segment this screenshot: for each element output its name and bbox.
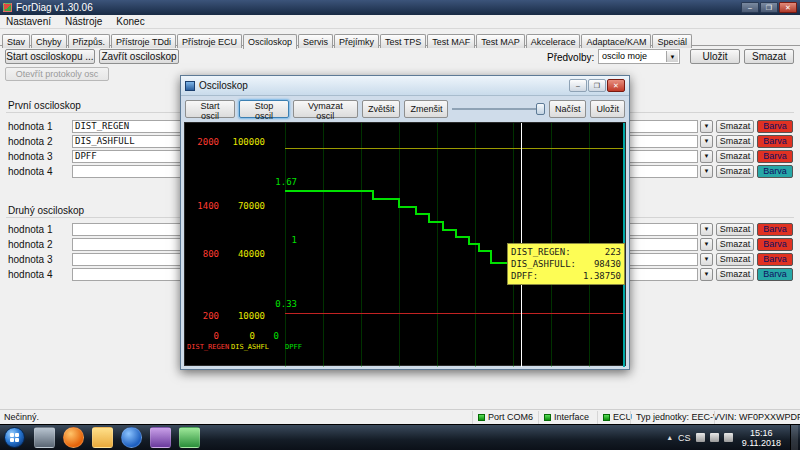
row-color-button[interactable]: Barva (757, 135, 793, 148)
presets-combobox[interactable]: oscilo moje ▼ (598, 49, 680, 64)
clock-date: 9.11.2018 (742, 438, 781, 448)
row-color-button[interactable]: Barva (757, 120, 793, 133)
value-dropdown-button[interactable]: ▼ (700, 238, 713, 251)
value-dropdown-button[interactable]: ▼ (700, 150, 713, 163)
firefox-icon[interactable] (63, 427, 84, 448)
zoom-slider[interactable] (452, 100, 545, 118)
menu-nastaveni[interactable]: Nastavení (6, 16, 51, 27)
row-delete-button[interactable]: Smazat (716, 223, 754, 236)
tab-pristroje-tddi[interactable]: Přístroje TDdi (111, 34, 176, 48)
value-dropdown-button[interactable]: ▼ (700, 223, 713, 236)
scope-minimize-button[interactable]: – (569, 79, 587, 92)
row-color-button[interactable]: Barva (757, 253, 793, 266)
tab-chyby[interactable]: Chyby (31, 34, 67, 48)
value-dropdown-button[interactable]: ▼ (700, 165, 713, 178)
tab-special[interactable]: Speciál (652, 34, 692, 48)
scope-load-button[interactable]: Načíst (549, 100, 587, 118)
row-color-button[interactable]: Barva (757, 150, 793, 163)
taskbar-app-icon[interactable] (150, 427, 171, 448)
section1-title: První osciloskop (8, 100, 87, 111)
window-title: ForDiag v1.30.06 (16, 2, 93, 13)
close-oscilloscope-button[interactable]: Zavřít osciloskop (99, 49, 179, 64)
network-icon[interactable] (724, 433, 733, 442)
start-oscilloscope-button[interactable]: Start osciloskopu ... (5, 49, 95, 64)
row-color-button[interactable]: Barva (757, 165, 793, 178)
close-button[interactable]: ✕ (779, 2, 797, 13)
row-delete-button[interactable]: Smazat (716, 253, 754, 266)
row-delete-button[interactable]: Smazat (716, 120, 754, 133)
tab-adaptace-kam[interactable]: Adaptace/KAM (581, 34, 651, 48)
scope-plot-area[interactable]: DIST_REGEN:223 DIS_ASHFULL:98430 DPFF:1.… (285, 123, 625, 367)
axis-tick: 800 (187, 249, 219, 259)
taskbar-clock[interactable]: 15:16 9.11.2018 (738, 428, 785, 448)
media-player-icon[interactable] (121, 427, 142, 448)
scope-value-tooltip: DIST_REGEN:223 DIS_ASHFULL:98430 DPFF:1.… (507, 243, 625, 285)
tab-pristroje-ecu[interactable]: Přístroje ECU (177, 34, 242, 48)
axis-tick: 70000 (223, 201, 265, 211)
volume-icon[interactable] (710, 433, 719, 442)
status-state: Nečinný. (4, 412, 39, 422)
section2-title: Druhý osciloskop (8, 205, 90, 216)
scope-start-button[interactable]: Start oscil (185, 100, 235, 118)
tab-osciloskop[interactable]: Osciloskop (243, 34, 297, 49)
tab-akcelerace[interactable]: Akcelerace (526, 34, 581, 48)
preset-delete-button[interactable]: Smazat (744, 49, 794, 64)
tab-prizpus[interactable]: Přizpůs. (68, 34, 111, 48)
axis-zero: 0 (261, 331, 279, 341)
status-bar: Nečinný. Port COM6 Interface ECU Typ jed… (0, 409, 800, 424)
row-delete-button[interactable]: Smazat (716, 268, 754, 281)
tooltip-row: DIST_REGEN:223 (511, 246, 621, 258)
presets-dropdown-icon[interactable]: ▼ (666, 51, 678, 62)
menu-nastroje[interactable]: Nástroje (65, 16, 102, 27)
row-color-button[interactable]: Barva (757, 238, 793, 251)
show-desktop-button[interactable] (790, 425, 798, 450)
taskbar-app-icon[interactable] (34, 427, 55, 448)
language-indicator[interactable]: CS (678, 433, 691, 443)
maximize-button[interactable]: ❐ (760, 2, 778, 13)
row-delete-button[interactable]: Smazat (716, 165, 754, 178)
row-delete-button[interactable]: Smazat (716, 135, 754, 148)
row-label: hodnota 4 (8, 166, 53, 177)
menu-bar: Nastavení Nástroje Konec (0, 15, 800, 29)
scope-maximize-button[interactable]: ❐ (588, 79, 606, 92)
value-dropdown-button[interactable]: ▼ (700, 268, 713, 281)
tab-stav[interactable]: Stav (2, 34, 30, 48)
tab-strip: StavChybyPřizpůs.Přístroje TDdiPřístroje… (0, 30, 800, 46)
row-delete-button[interactable]: Smazat (716, 150, 754, 163)
explorer-folder-icon[interactable] (92, 427, 113, 448)
preset-save-button[interactable]: Uložit (690, 49, 740, 64)
zoom-slider-track[interactable] (452, 108, 545, 110)
scope-clear-button[interactable]: Vymazat oscil (293, 100, 358, 118)
tray-chevron-up-icon[interactable]: ▲ (666, 434, 673, 441)
value-dropdown-button[interactable]: ▼ (700, 135, 713, 148)
tooltip-row: DIS_ASHFULL:98430 (511, 258, 621, 270)
desktop: ForDiag v1.30.06 – ❐ ✕ Nastavení Nástroj… (0, 0, 800, 450)
row-label: hodnota 2 (8, 136, 53, 147)
scope-close-button[interactable]: ✕ (607, 79, 625, 92)
tab-test-maf[interactable]: Test MAF (427, 34, 475, 48)
scope-save-button[interactable]: Uložit (590, 100, 625, 118)
scope-zoom-in-button[interactable]: Zvětšit (362, 100, 401, 118)
taskbar-app-icon[interactable] (179, 427, 200, 448)
status-interface: Interface (544, 412, 589, 422)
scope-stop-button[interactable]: Stop oscil (239, 100, 289, 118)
scope-zoom-out-button[interactable]: Zmenšit (404, 100, 448, 118)
zoom-slider-thumb[interactable] (536, 103, 545, 115)
row-delete-button[interactable]: Smazat (716, 238, 754, 251)
row-color-button[interactable]: Barva (757, 268, 793, 281)
tab-test-tps[interactable]: Test TPS (380, 34, 426, 48)
clock-time: 15:16 (742, 428, 781, 438)
row-label: hodnota 2 (8, 239, 53, 250)
minimize-button[interactable]: – (741, 2, 759, 13)
value-dropdown-button[interactable]: ▼ (700, 253, 713, 266)
status-unit-type: Typ jednotky: EEC-V (636, 412, 719, 422)
value-dropdown-button[interactable]: ▼ (700, 120, 713, 133)
start-button[interactable] (4, 427, 25, 448)
row-color-button[interactable]: Barva (757, 223, 793, 236)
keyboard-layout-icon[interactable] (696, 433, 705, 442)
tab-servis[interactable]: Servis (298, 34, 333, 48)
tab-test-map[interactable]: Test MAP (476, 34, 525, 48)
tab-prejimky[interactable]: Přejímky (334, 34, 379, 48)
menu-konec[interactable]: Konec (116, 16, 144, 27)
scope-display: 2000 1400 800 200 0 100000 70000 40000 1… (184, 122, 626, 366)
